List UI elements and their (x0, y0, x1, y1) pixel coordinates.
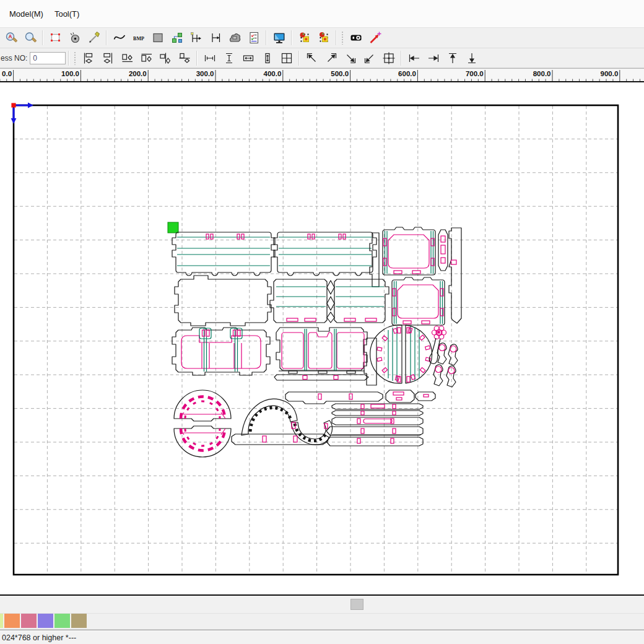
align-top-button[interactable] (99, 50, 116, 66)
svg-text:600.0: 600.0 (398, 70, 416, 77)
origin-bottom-left-button[interactable] (361, 50, 378, 66)
svg-text:0.0: 0.0 (2, 70, 12, 77)
measure-width-icon (189, 31, 203, 45)
move-left-icon (407, 51, 421, 65)
menu-tool[interactable]: Tool(T) (49, 6, 85, 22)
origin-marker (11, 103, 33, 124)
toolbar-drag-handle[interactable] (341, 31, 344, 45)
same-size-icon (280, 51, 294, 65)
fill-rect-button[interactable] (149, 30, 166, 46)
measure-width-button[interactable] (188, 30, 204, 46)
measure-edge-button[interactable] (207, 30, 224, 46)
zoom-all-button[interactable]: A (2, 30, 19, 46)
palette-color-green[interactable] (54, 614, 70, 628)
palette-color-orange[interactable] (4, 614, 20, 628)
align-left-button[interactable] (118, 50, 135, 66)
position-pointer-button[interactable] (367, 30, 383, 46)
palette-color-khaki[interactable] (71, 614, 87, 628)
drawing-canvas[interactable] (0, 82, 644, 596)
main-toolbar: ABMP (0, 28, 644, 48)
palette-color-rose[interactable] (21, 614, 37, 628)
toolbar-separator (196, 51, 198, 66)
scrollbar-thumb[interactable] (350, 599, 363, 610)
origin-point (11, 103, 15, 107)
svg-text:700.0: 700.0 (466, 70, 484, 77)
same-width-button[interactable] (240, 50, 256, 66)
engraver-icon (228, 31, 242, 45)
work-list-button[interactable] (245, 30, 262, 46)
wheel-slots (377, 328, 430, 382)
move-down-icon (465, 51, 479, 65)
status-bar: 024*768 or higher *--- (0, 630, 644, 644)
grid-lines (14, 106, 617, 574)
menu-model[interactable]: Model(M) (4, 6, 49, 22)
toolbar-separator (336, 30, 337, 45)
svg-text:300.0: 300.0 (196, 70, 214, 77)
toolbar-group (404, 50, 481, 66)
start-point-marker[interactable] (168, 222, 178, 233)
origin-top-right-icon (324, 51, 338, 65)
fill-rect-icon (151, 31, 165, 45)
engraver-button[interactable] (226, 30, 243, 46)
space-equal-v-button[interactable] (220, 50, 237, 66)
align-center-h-button[interactable] (157, 50, 173, 66)
space-equal-v-icon (222, 51, 236, 65)
toolbar-drag-handle[interactable] (74, 51, 77, 65)
align-left-icon (120, 51, 134, 65)
simulate-button[interactable] (296, 30, 313, 46)
curve-tool-button[interactable] (111, 30, 128, 46)
laser-device-icon (349, 31, 363, 45)
same-size-button[interactable] (278, 50, 295, 66)
toolbar-group (269, 30, 289, 46)
process-no-label: ess NO: (1, 54, 27, 63)
process-no-input[interactable] (30, 52, 66, 64)
edit-pen-button[interactable] (85, 30, 102, 46)
flower-part (432, 326, 446, 339)
origin-bottom-right-icon (344, 51, 357, 65)
simulate-output-button[interactable] (315, 30, 332, 46)
zoom-icon (24, 31, 37, 45)
select-rect-button[interactable] (47, 30, 64, 46)
node-edit-button[interactable] (168, 30, 185, 46)
bmp-tool-button[interactable]: BMP (130, 30, 147, 46)
origin-top-right-button[interactable] (323, 50, 339, 66)
select-circle-button[interactable] (66, 30, 83, 46)
origin-top-left-icon (305, 51, 319, 65)
move-up-button[interactable] (444, 50, 461, 66)
laser-device-button[interactable] (347, 30, 364, 46)
align-center-h-icon (159, 51, 172, 65)
palette-color-violet[interactable] (38, 614, 53, 628)
toolbar-separator (42, 30, 43, 45)
origin-bottom-right-button[interactable] (342, 50, 359, 66)
align-right-button[interactable] (137, 50, 154, 66)
same-height-button[interactable] (259, 50, 276, 66)
move-right-icon (427, 51, 440, 65)
move-right-button[interactable] (425, 50, 442, 66)
horizontal-scrollbar[interactable] (0, 596, 644, 614)
edit-pen-icon (87, 31, 101, 45)
origin-center-button[interactable] (380, 50, 397, 66)
space-equal-h-button[interactable] (201, 50, 218, 66)
zoom-button[interactable] (22, 30, 38, 46)
layer-color-palette (0, 614, 644, 630)
move-left-button[interactable] (406, 50, 422, 66)
process-no-field: ess NO: (0, 52, 66, 64)
toolbar-separator (106, 30, 107, 45)
bmp-tool-icon: BMP (132, 31, 146, 45)
svg-text:500.0: 500.0 (331, 70, 349, 77)
preview-monitor-button[interactable] (271, 30, 287, 46)
bmp-label: BMP (133, 36, 144, 41)
toolbar-separator (401, 51, 402, 66)
toolbar-group: BMP (110, 30, 263, 46)
align-center-v-button[interactable] (176, 50, 193, 66)
preview-monitor-icon (272, 31, 286, 45)
origin-top-left-button[interactable] (303, 50, 320, 66)
y-axis-arrow (11, 108, 17, 124)
select-rect-icon (49, 31, 63, 45)
align-bottom-button[interactable] (80, 50, 97, 66)
move-down-button[interactable] (463, 50, 480, 66)
palette-color-yellow-green-partial[interactable] (0, 614, 3, 628)
zoom-a-label: A (8, 33, 12, 40)
svg-text:200.0: 200.0 (129, 70, 147, 77)
toolbar-group (346, 30, 385, 46)
